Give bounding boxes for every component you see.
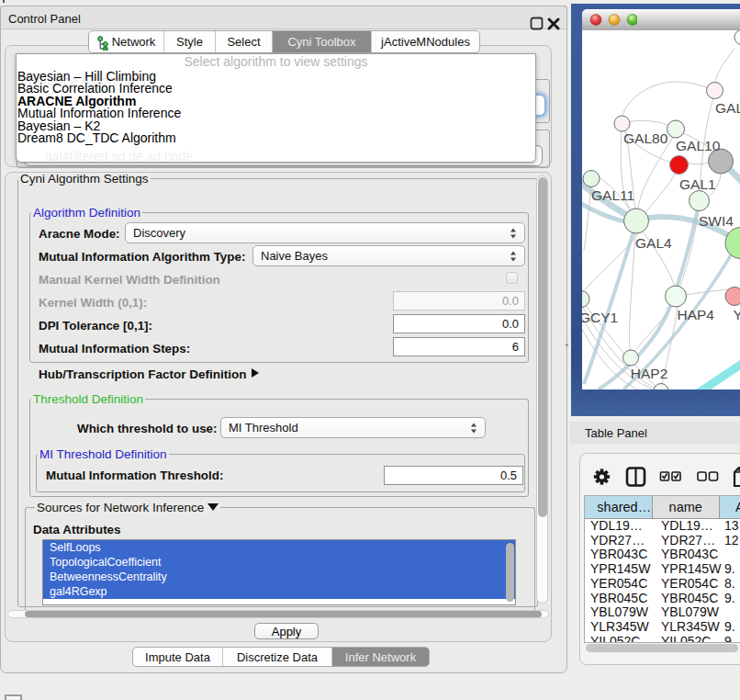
svg-text:Y: Y (734, 307, 740, 322)
svg-text:GAL80: GAL80 (623, 130, 668, 146)
svg-text:SWI4: SWI4 (699, 213, 734, 229)
svg-text:GAL10: GAL10 (676, 138, 721, 153)
svg-text:HAP4: HAP4 (678, 307, 715, 322)
svg-text:GAL11: GAL11 (591, 187, 634, 203)
svg-text:GCY1: GCY1 (582, 310, 618, 325)
svg-text:GAL1: GAL1 (679, 176, 716, 192)
svg-text:HAP2: HAP2 (631, 366, 668, 381)
svg-text:GAL7: GAL7 (715, 100, 740, 116)
svg-text:GAL4: GAL4 (635, 235, 672, 251)
